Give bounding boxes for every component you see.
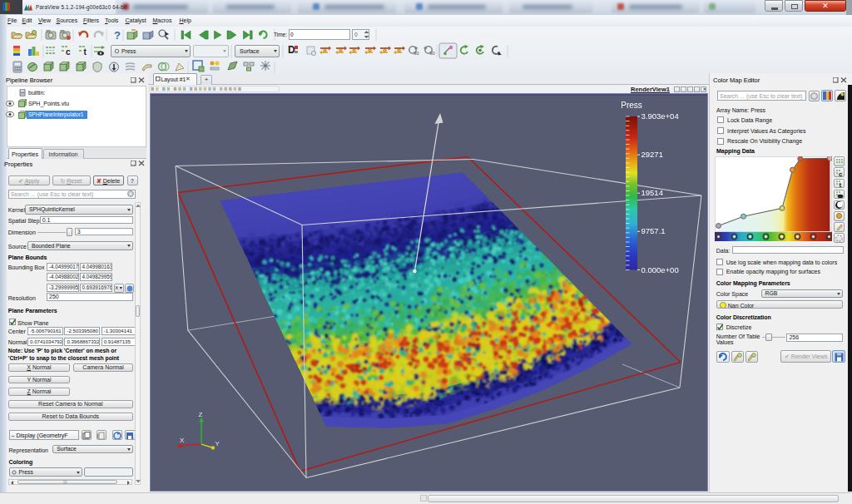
svg-text:Y: Y	[215, 440, 220, 447]
svg-text:X: X	[180, 437, 185, 444]
svg-text:t: t	[839, 181, 841, 188]
svg-text:Press: Press	[621, 101, 642, 110]
svg-text:29271: 29271	[641, 150, 662, 159]
svg-text:3.903e+04: 3.903e+04	[641, 111, 678, 121]
svg-text:Z: Z	[198, 411, 202, 418]
svg-text:9757.1: 9757.1	[641, 226, 665, 235]
svg-text:c: c	[839, 170, 843, 177]
svg-text:0.000e+00: 0.000e+00	[641, 265, 678, 274]
svg-text:19514: 19514	[641, 188, 662, 197]
